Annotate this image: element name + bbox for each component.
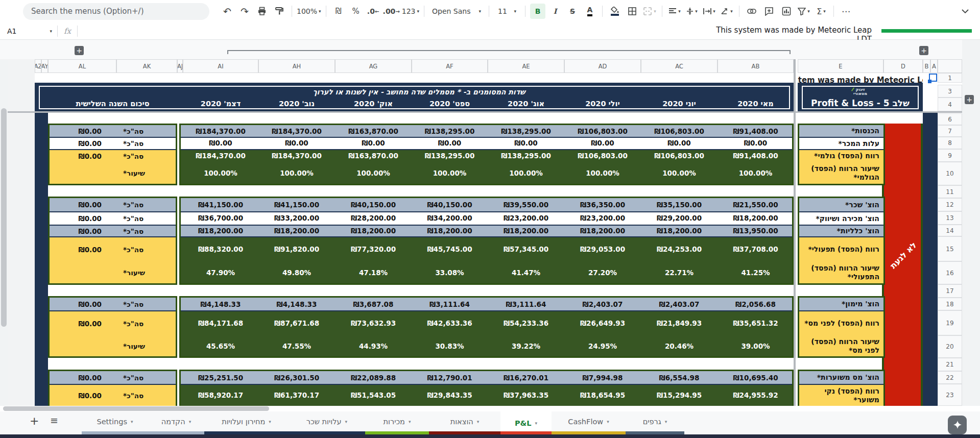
cell-r16-AI[interactable]: 47.90% [183,261,258,283]
row-header-1[interactable]: 1 [938,73,962,83]
summary-value[interactable]: ₪0.00 [50,226,115,236]
cell-r20-AC[interactable]: 20.46% [641,335,718,356]
cell-r10-AH[interactable]: 100.00% [258,162,335,184]
cell-r10-AI[interactable]: 100.00% [183,162,258,184]
sheet-tab-גרפים[interactable]: גרפים▾ [626,411,684,431]
cell-r14-AD[interactable]: ₪18,200.00 [564,225,641,236]
summary-value[interactable]: ₪0.00 [50,311,115,335]
cell-r23-AF[interactable]: ₪29,843.35 [412,384,488,406]
row-label-20[interactable]: שיעור הרווח (הפסד) לפני מס* [799,335,883,356]
row-header-23[interactable]: 23 [938,384,962,406]
row-header-6[interactable]: 6 [938,113,962,125]
cell-r9-AI[interactable]: ₪184,370.00 [183,149,258,162]
row-header-21[interactable]: 21 [938,358,962,371]
cell-r13-AH[interactable]: ₪33,200.00 [258,211,335,225]
row-label-23[interactable]: רווח (הפסד) נקי משוער* [799,384,883,406]
cell-r20-AE[interactable]: 39.22% [488,335,564,356]
row-header-4[interactable]: 4 [938,98,962,111]
cell-r9-AB[interactable]: ₪91,408.00 [718,149,794,162]
row-header-17[interactable]: 17 [938,284,962,298]
cell-r14-AG[interactable]: ₪18,200.00 [335,225,412,236]
column-header-AI[interactable]: AI [183,59,258,73]
summary-row-23[interactable]: ₪0.00סה"כ* [50,384,176,406]
cell-r8-AF[interactable]: ₪0.00 [412,137,488,149]
column-header-E[interactable]: E [798,59,883,73]
row-header-13[interactable]: 13 [938,211,962,225]
gemini-icon[interactable] [948,416,967,434]
add-sheet-button[interactable]: + [30,415,39,427]
column-header-AH[interactable]: AH [258,59,335,73]
summary-value[interactable]: ₪0.00 [50,385,115,406]
cell-r10-AG[interactable]: 100.00% [335,162,412,184]
cell-r14-AE[interactable]: ₪18,200.00 [488,225,564,236]
row-header-15[interactable]: 15 [938,236,962,261]
cell-r23-AB[interactable]: ₪24,955.92 [718,384,794,406]
row-label-19[interactable]: רווח (הפסד) לפני מס* [799,310,883,335]
row-header-10[interactable]: 10 [938,162,962,185]
column-header-AK[interactable]: AK [116,59,177,73]
cell-r15-AC[interactable]: ₪24,253.00 [641,236,718,261]
cell-r14-AH[interactable]: ₪18,200.00 [258,225,335,236]
cell-r18-AI[interactable]: ₪4,148.33 [183,298,258,310]
summary-value[interactable] [50,162,115,184]
cell-r16-AD[interactable]: 27.20% [564,261,641,283]
cell-r7-AI[interactable]: ₪184,370.00 [183,125,258,137]
cell-r8-AC[interactable]: ₪0.00 [641,137,718,149]
summary-row-18[interactable]: ₪0.00סה"כ* [50,298,176,310]
summary-row-20[interactable]: שיעור* [50,335,176,356]
sheet-tab-CashFlow[interactable]: CashFlow▾ [552,411,626,431]
cell-r13-AD[interactable]: ₪23,200.00 [564,211,641,225]
cell-r14-AI[interactable]: ₪18,200.00 [183,225,258,236]
cell-r22-AH[interactable]: ₪26,301.50 [258,371,335,384]
cell-r23-AE[interactable]: ₪37,963.35 [488,384,564,406]
cell-r15-AH[interactable]: ₪91,820.00 [258,236,335,261]
column-header-AY[interactable]: AY [41,59,48,73]
row-label-10[interactable]: שיעור הרווח (הפסד) הגולמי* [799,162,883,184]
sheet-tab-P&L[interactable]: P&L▾ [500,411,552,435]
expand-group-button-right[interactable]: + [919,46,928,55]
cell-r22-AB[interactable]: ₪10,695.40 [718,371,794,384]
cell-r10-AE[interactable]: 100.00% [488,162,564,184]
cell-r15-AF[interactable]: ₪45,745.00 [412,236,488,261]
cell-r16-AG[interactable]: 47.18% [335,261,412,283]
cell-r14-AF[interactable]: ₪18,200.00 [412,225,488,236]
sheet-tab-הקדמה[interactable]: הקדמה▾ [148,411,204,431]
row-header-12[interactable]: 12 [938,198,962,211]
cell-r20-AH[interactable]: 47.55% [258,335,335,356]
row-header-14[interactable]: 14 [938,225,962,236]
cell-r19-AH[interactable]: ₪87,671.68 [258,310,335,335]
cell-r16-AC[interactable]: 22.71% [641,261,718,283]
row-header-18[interactable]: 18 [938,298,962,310]
cell-r10-AF[interactable]: 100.00% [412,162,488,184]
column-header-A[interactable]: A [930,59,938,73]
row-label-7[interactable]: הכנסות* [799,125,883,137]
sheet-tab-menu-icon[interactable]: ▾ [607,419,609,424]
select-all-corner[interactable] [938,59,962,73]
cell-r12-AG[interactable]: ₪40,150.00 [335,198,412,211]
cell-r9-AC[interactable]: ₪106,803.00 [641,149,718,162]
row-header-20[interactable]: 20 [938,335,962,358]
row-label-13[interactable]: הוצ' מכירה ושיווק* [799,211,883,225]
summary-row-22[interactable]: ₪0.00סה"כ* [50,371,176,384]
cell-r12-AH[interactable]: ₪41,150.00 [258,198,335,211]
cell-r7-AE[interactable]: ₪138,295.00 [488,125,564,137]
sheet-tab-מחירון ועלויות[interactable]: מחירון ועלויות▾ [204,411,289,431]
cell-r19-AG[interactable]: ₪73,632.93 [335,310,412,335]
cell-r7-AB[interactable]: ₪91,408.00 [718,125,794,137]
cell-r19-AC[interactable]: ₪21,849.93 [641,310,718,335]
sheet-tab-menu-icon[interactable]: ▾ [477,419,480,424]
cell-r23-AD[interactable]: ₪18,654.95 [564,384,641,406]
cell-r18-AD[interactable]: ₪2,403.07 [564,298,641,310]
cell-r10-AB[interactable]: 100.00% [718,162,794,184]
summary-value[interactable] [50,261,115,283]
column-header-B[interactable]: B [923,59,930,73]
cell-r7-AH[interactable]: ₪184,370.00 [258,125,335,137]
cell-r7-AD[interactable]: ₪106,803.00 [564,125,641,137]
sheet-tab-Settings[interactable]: Settings▾ [82,411,148,431]
cell-r19-AF[interactable]: ₪42,633.36 [412,310,488,335]
sheet-tab-הוצאות[interactable]: הוצאות▾ [429,411,500,431]
cell-r16-AF[interactable]: 33.08% [412,261,488,283]
cell-r7-AG[interactable]: ₪163,870.00 [335,125,412,137]
column-header-AG[interactable]: AG [335,59,412,73]
cell-r23-AH[interactable]: ₪61,370.17 [258,384,335,406]
